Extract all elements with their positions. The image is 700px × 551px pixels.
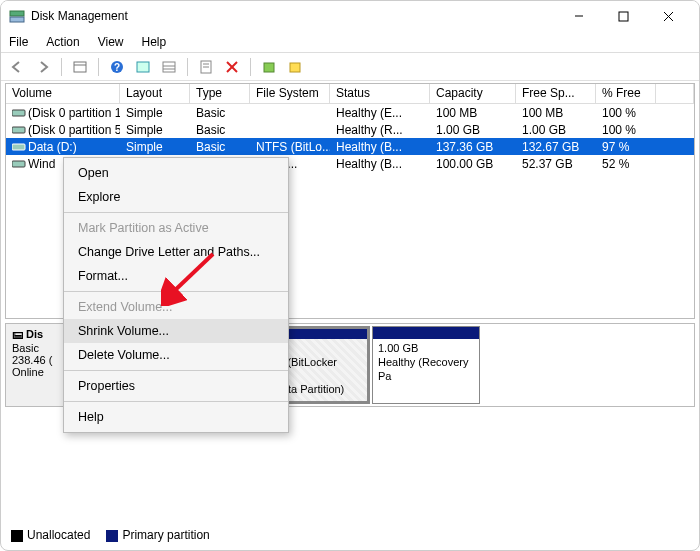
toolbar-icon-a[interactable] [259,57,279,77]
cm-mark-active: Mark Partition as Active [64,216,288,240]
svg-text:?: ? [114,62,120,73]
forward-button[interactable] [33,57,53,77]
col-pctfree[interactable]: % Free [596,84,656,103]
drive-icon [12,158,26,170]
legend-unallocated: Unallocated [27,528,90,542]
show-hide-icon[interactable] [70,57,90,77]
col-status[interactable]: Status [330,84,430,103]
cm-delete[interactable]: Delete Volume... [64,343,288,367]
col-type[interactable]: Type [190,84,250,103]
table-header: Volume Layout Type File System Status Ca… [6,84,694,104]
menu-view[interactable]: View [96,33,126,51]
legend-primary-swatch [106,530,118,542]
svg-rect-0 [10,11,24,16]
menubar: File Action View Help [1,31,699,53]
legend-primary: Primary partition [122,528,209,542]
drive-icon [12,124,26,136]
delete-button[interactable] [222,57,242,77]
col-layout[interactable]: Layout [120,84,190,103]
minimize-button[interactable] [556,2,601,30]
maximize-button[interactable] [601,2,646,30]
col-capacity[interactable]: Capacity [430,84,516,103]
svg-rect-22 [12,127,25,133]
cm-extend: Extend Volume... [64,295,288,319]
disk-label: Dis [26,328,43,340]
svg-rect-24 [12,161,25,167]
window-title: Disk Management [31,9,128,23]
toolbar-list-icon[interactable] [159,57,179,77]
cm-change-letter[interactable]: Change Drive Letter and Paths... [64,240,288,264]
legend-unallocated-swatch [11,530,23,542]
svg-rect-19 [264,63,274,72]
menu-file[interactable]: File [7,33,30,51]
cm-explore[interactable]: Explore [64,185,288,209]
toolbar: ? [1,53,699,81]
drive-icon [12,107,26,119]
disk-icon: 🖴 [12,328,26,340]
table-row[interactable]: (Disk 0 partition 1)SimpleBasicHealthy (… [6,104,694,121]
table-row[interactable]: (Disk 0 partition 5)SimpleBasicHealthy (… [6,121,694,138]
cm-help[interactable]: Help [64,405,288,429]
svg-rect-1 [10,17,24,22]
col-spacer [656,84,694,103]
titlebar: Disk Management [1,1,699,31]
menu-help[interactable]: Help [140,33,169,51]
cm-open[interactable]: Open [64,161,288,185]
back-button[interactable] [7,57,27,77]
cm-shrink[interactable]: Shrink Volume... [64,319,288,343]
svg-rect-6 [74,62,86,72]
properties-button[interactable] [196,57,216,77]
help-icon[interactable]: ? [107,57,127,77]
col-filesystem[interactable]: File System [250,84,330,103]
svg-rect-10 [137,62,149,72]
drive-icon [12,141,26,153]
menu-action[interactable]: Action [44,33,81,51]
col-freespace[interactable]: Free Sp... [516,84,596,103]
svg-rect-21 [12,110,25,116]
cm-format[interactable]: Format... [64,264,288,288]
close-button[interactable] [646,2,691,30]
svg-rect-3 [619,12,628,21]
svg-rect-20 [290,63,300,72]
table-row[interactable]: Data (D:)SimpleBasicNTFS (BitLo...Health… [6,138,694,155]
toolbar-view-icon[interactable] [133,57,153,77]
svg-rect-23 [12,144,25,150]
app-icon [9,8,25,24]
context-menu: Open Explore Mark Partition as Active Ch… [63,157,289,433]
cm-properties[interactable]: Properties [64,374,288,398]
legend: Unallocated Primary partition [11,528,210,542]
svg-rect-11 [163,62,175,72]
col-volume[interactable]: Volume [6,84,120,103]
partition[interactable]: 1.00 GBHealthy (Recovery Pa [372,326,480,404]
toolbar-icon-b[interactable] [285,57,305,77]
